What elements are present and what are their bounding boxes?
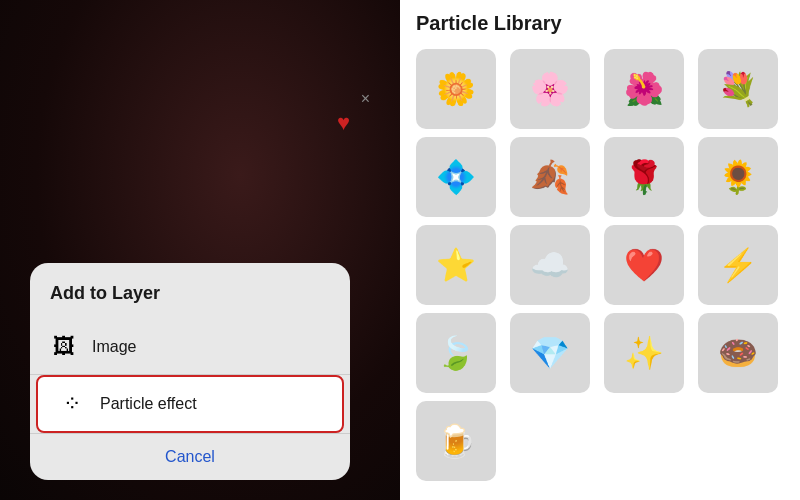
library-title: Particle Library: [416, 12, 784, 35]
particle-cell-17[interactable]: 🍺: [416, 401, 496, 481]
particle-cell-5[interactable]: 💠: [416, 137, 496, 217]
particle-cell-14[interactable]: 💎: [510, 313, 590, 393]
particle-icon: ⁘: [58, 391, 86, 417]
particle-cell-8[interactable]: 🌻: [698, 137, 778, 217]
particle-cell-9[interactable]: ⭐: [416, 225, 496, 305]
particle-cell-10[interactable]: ☁️: [510, 225, 590, 305]
particle-cell-11[interactable]: ❤️: [604, 225, 684, 305]
add-to-layer-dialog: Add to Layer 🖼 Image ⁘ Particle effect C…: [30, 263, 350, 480]
particle-cell-15[interactable]: ✨: [604, 313, 684, 393]
particle-grid: 🌼🌸🌺💐💠🍂🌹🌻⭐☁️❤️⚡🍃💎✨🍩🍺: [416, 49, 784, 481]
particle-cell-6[interactable]: 🍂: [510, 137, 590, 217]
particle-cell-2[interactable]: 🌸: [510, 49, 590, 129]
cancel-label: Cancel: [165, 448, 215, 466]
image-option[interactable]: 🖼 Image: [30, 320, 350, 374]
particle-cell-4[interactable]: 💐: [698, 49, 778, 129]
particle-cell-13[interactable]: 🍃: [416, 313, 496, 393]
image-label: Image: [92, 338, 136, 356]
heart-decoration: ♥: [337, 110, 350, 136]
dialog-title: Add to Layer: [30, 283, 350, 320]
particle-cell-7[interactable]: 🌹: [604, 137, 684, 217]
particle-cell-3[interactable]: 🌺: [604, 49, 684, 129]
cancel-button[interactable]: Cancel: [30, 434, 350, 480]
particle-effect-option[interactable]: ⁘ Particle effect: [36, 375, 344, 433]
image-icon: 🖼: [50, 334, 78, 360]
particle-label: Particle effect: [100, 395, 197, 413]
particle-cell-1[interactable]: 🌼: [416, 49, 496, 129]
left-panel: × ♥ Add to Layer 🖼 Image ⁘ Particle effe…: [0, 0, 400, 500]
right-panel: Particle Library 🌼🌸🌺💐💠🍂🌹🌻⭐☁️❤️⚡🍃💎✨🍩🍺: [400, 0, 800, 500]
particle-cell-16[interactable]: 🍩: [698, 313, 778, 393]
close-button[interactable]: ×: [361, 90, 370, 108]
particle-cell-12[interactable]: ⚡: [698, 225, 778, 305]
